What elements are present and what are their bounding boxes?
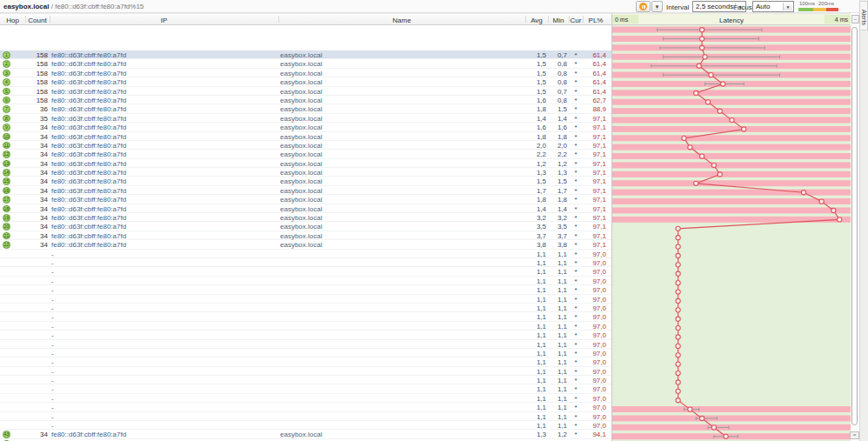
table-row[interactable]: 1534fe80::d63f:cbff:fe80:a7fdeasybox.loc… [0, 177, 611, 185]
cell-min: 1,1 [548, 286, 567, 294]
cell-packet-loss: 97,1 [581, 142, 606, 150]
focus-select[interactable]: Auto ▼ [752, 1, 794, 12]
table-row[interactable]: -1,11,1*97,0 [0, 258, 611, 267]
col-header-ip[interactable]: IP [50, 17, 278, 24]
latency-data-point [676, 271, 680, 276]
pause-dropdown-button[interactable]: ▼ [651, 1, 663, 12]
cell-avg: 1,1 [520, 377, 546, 384]
col-header-avg[interactable]: Avg [525, 17, 548, 24]
cell-ip: fe80::d63f:cbff:fe80:a7fd [51, 241, 276, 249]
cell-packet-loss: 62,7 [581, 97, 606, 104]
col-header-name[interactable]: Name [278, 17, 525, 24]
col-header-min[interactable]: Min [548, 17, 569, 24]
table-row[interactable]: -1,11,1*97,0 [0, 340, 611, 349]
table-row[interactable]: -1,11,1*97,0 [0, 267, 611, 276]
table-row[interactable]: 1934fe80::d63f:cbff:fe80:a7fdeasybox.loc… [0, 213, 611, 222]
cell-avg: 1,1 [520, 358, 546, 366]
cell-avg: 1,7 [520, 187, 546, 195]
cell-min: 0,7 [548, 51, 567, 59]
hop-number-badge: 18 [3, 205, 10, 213]
table-row[interactable]: -1,11,1*97,0 [0, 331, 611, 339]
table-row[interactable]: -1,11,1*97,0 [0, 412, 611, 421]
cell-min: 1,1 [548, 323, 567, 331]
cell-ip: fe80::d63f:cbff:fe80:a7fd [51, 142, 276, 150]
table-row[interactable]: -1,11,1*97,0 [0, 384, 611, 393]
cell-min: 1,1 [548, 268, 567, 276]
table-row[interactable]: -1,11,1*97,0 [0, 367, 611, 376]
table-row[interactable]: -1,11,1*97,0 [0, 250, 611, 258]
table-row[interactable]: 2034fe80::d63f:cbff:fe80:a7fdeasybox.loc… [0, 222, 611, 231]
table-row[interactable]: 1134fe80::d63f:cbff:fe80:a7fdeasybox.loc… [0, 141, 611, 150]
table-row[interactable]: 4334fe80::d63f:cbff:fe80:a7fdeasybox.loc… [0, 430, 611, 438]
chart-scrollbar[interactable] [851, 25, 859, 441]
cell-packet-loss: 97,0 [581, 422, 606, 430]
table-row[interactable]: 2234fe80::d63f:cbff:fe80:a7fdeasybox.loc… [0, 240, 611, 249]
col-header-pl[interactable]: PL% [583, 17, 609, 24]
table-row[interactable]: 1734fe80::d63f:cbff:fe80:a7fdeasybox.loc… [0, 195, 611, 204]
cell-packet-loss: 61,4 [581, 78, 606, 86]
table-row[interactable]: 1034fe80::d63f:cbff:fe80:a7fdeasybox.loc… [0, 132, 611, 141]
cell-ip: fe80::d63f:cbff:fe80:a7fd [51, 205, 276, 213]
table-row[interactable]: 5158fe80::d63f:cbff:fe80:a7fdeasybox.loc… [0, 87, 611, 96]
table-row[interactable]: 2134fe80::d63f:cbff:fe80:a7fdeasybox.loc… [0, 231, 611, 240]
table-row[interactable]: 1234fe80::d63f:cbff:fe80:a7fdeasybox.loc… [0, 150, 611, 158]
cell-avg: 1,1 [520, 304, 546, 312]
hop-number-badge: 9 [3, 124, 10, 131]
cell-name: easybox.local [280, 150, 454, 158]
table-row[interactable]: -1,11,1*97,0 [0, 421, 611, 430]
pause-button[interactable] [636, 1, 651, 12]
table-row[interactable]: 2158fe80::d63f:cbff:fe80:a7fdeasybox.loc… [0, 59, 611, 68]
table-row[interactable]: 934fe80::d63f:cbff:fe80:a7fdeasybox.loca… [0, 123, 611, 131]
alerts-tab[interactable]: Alerts [859, 1, 868, 30]
cell-min: 1,4 [548, 205, 567, 213]
cell-packet-loss: 97,1 [581, 169, 606, 177]
latency-data-point [682, 136, 686, 140]
table-row[interactable]: -1,11,1*97,0 [0, 277, 611, 285]
col-header-hop[interactable]: Hop [0, 17, 25, 24]
table-row[interactable]: -1,11,1*97,0 [0, 304, 611, 312]
table-row[interactable]: 1434fe80::d63f:cbff:fe80:a7fdeasybox.loc… [0, 168, 611, 177]
cell-min: 2,0 [548, 142, 567, 150]
table-row[interactable]: 1334fe80::d63f:cbff:fe80:a7fdeasybox.loc… [0, 159, 611, 168]
latency-data-point [676, 353, 680, 357]
table-row[interactable]: 4158fe80::d63f:cbff:fe80:a7fdeasybox.loc… [0, 77, 611, 86]
table-row[interactable]: 835fe80::d63f:cbff:fe80:a7fdeasybox.loca… [0, 114, 611, 123]
table-row[interactable]: 1634fe80::d63f:cbff:fe80:a7fdeasybox.loc… [0, 186, 611, 195]
cell-count: 34 [17, 232, 48, 240]
table-row[interactable]: 1834fe80::d63f:cbff:fe80:a7fdeasybox.loc… [0, 204, 611, 213]
latency-data-point [676, 253, 680, 257]
cell-avg: 2,0 [520, 142, 546, 150]
latency-data-point [676, 298, 680, 303]
table-row[interactable]: 736fe80::d63f:cbff:fe80:a7fdeasybox.loca… [0, 104, 611, 113]
latency-chart[interactable] [611, 25, 851, 441]
chart-collapse-button[interactable]: – [851, 15, 859, 23]
table-row[interactable]: -1,11,1*97,0 [0, 357, 611, 366]
table-row[interactable]: -1,11,1*97,0 [0, 295, 611, 304]
table-row[interactable]: -1,11,1*97,0 [0, 312, 611, 321]
cell-name: easybox.local [280, 124, 454, 131]
cell-name: easybox.local [280, 88, 454, 96]
chart-max-scale-label: 4 ms [825, 15, 851, 23]
col-header-count[interactable]: Count [25, 17, 50, 24]
table-row[interactable]: -1,11,1*97,0 [0, 394, 611, 403]
table-row[interactable]: -1,11,1*97,0 [0, 403, 611, 411]
table-row[interactable]: -1,11,1*97,0 [0, 349, 611, 357]
table-row[interactable]: -1,11,1*97,0 [0, 285, 611, 294]
cell-avg: 1,8 [520, 196, 546, 204]
chart-scrollbar-thumb[interactable] [851, 27, 858, 425]
cell-min: 1,1 [548, 422, 567, 430]
table-row[interactable]: -1,11,1*97,0 [0, 322, 611, 331]
table-row[interactable]: -1,11,1*97,0 [0, 376, 611, 384]
cell-packet-loss: 97,0 [581, 251, 606, 258]
cell-avg: 1,4 [520, 115, 546, 123]
table-row[interactable]: 6158fe80::d63f:cbff:fe80:a7fdeasybox.loc… [0, 96, 611, 104]
cell-avg: 1,1 [520, 331, 546, 339]
table-row[interactable]: 3158fe80::d63f:cbff:fe80:a7fdeasybox.loc… [0, 69, 611, 77]
col-header-cur[interactable]: Cur [569, 17, 583, 24]
cell-packet-loss: 97,0 [581, 323, 606, 331]
cell-ip: - [51, 422, 276, 430]
latency-data-point [676, 389, 680, 393]
cell-ip: fe80::d63f:cbff:fe80:a7fd [51, 169, 276, 177]
table-row[interactable]: 1158fe80::d63f:cbff:fe80:a7fdeasybox.loc… [0, 50, 611, 59]
chart-resize-handle[interactable]: = [850, 431, 859, 439]
